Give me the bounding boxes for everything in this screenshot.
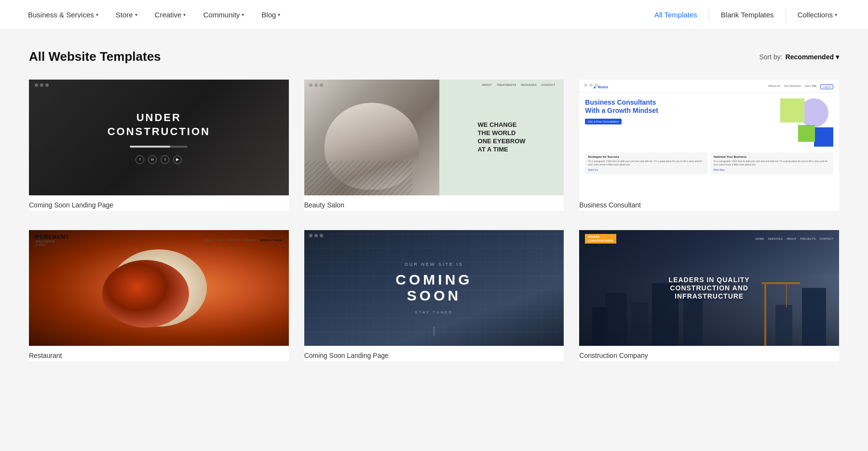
page-header: All Website Templates Sort by: Recommend… (29, 49, 839, 64)
chevron-down-icon: ▾ (135, 12, 137, 17)
template-card-coming-soon-1[interactable]: UNDERCONSTRUCTION f in t ▶ Coming Soon L… (29, 80, 289, 211)
social-icons: f in t ▶ (136, 155, 182, 164)
biz-shapes (775, 98, 833, 147)
coming-soon2-scroll-indicator (434, 327, 434, 336)
template-card-restaurant[interactable]: PUREMENT BRASSERIE& BAR MENU CHEF EVENTS… (29, 230, 289, 361)
thumb-dot (595, 83, 598, 87)
sort-bar: Sort by: Recommended ▾ (759, 53, 839, 61)
template-thumb-business-consultant: ▲ Rises About Us Our Services Let's Talk… (579, 80, 839, 195)
construction-top-bar: SPHERECONSTRUCTIONS HOME SERVICES ABOUT … (579, 230, 839, 247)
template-name-coming-soon-1: Coming Soon Landing Page (29, 201, 289, 211)
social-icon-3: t (161, 155, 169, 164)
nav-label-creative: Creative (155, 11, 182, 19)
template-name-construction-company: Construction Company (579, 352, 839, 361)
biz-nav-link: Let's Talk (805, 84, 817, 89)
template-name-coming-soon-2: Coming Soon Landing Page (304, 352, 564, 361)
social-icon-2: in (148, 155, 157, 164)
nav-collections-label: Collections (798, 11, 833, 19)
biz-nav-link: About Us (768, 84, 780, 89)
navbar: Business & Services ▾ Store ▾ Creative ▾… (0, 0, 868, 30)
biz-header: ▲ Rises About Us Our Services Let's Talk… (579, 80, 839, 93)
thumb-restaurant-inner: PUREMENT BRASSERIE& BAR MENU CHEF EVENTS… (29, 230, 289, 346)
nav-all-templates[interactable]: All Templates (643, 0, 709, 30)
template-card-coming-soon-2[interactable]: OUR NEW SITE IS COMINGSOON STAY TUNED Co… (304, 230, 564, 361)
biz-card-1-title: Strategies for Success (588, 155, 705, 158)
thumb-dot (34, 234, 37, 237)
shape-rect-green2 (798, 125, 815, 142)
thumb-dots-3 (584, 83, 598, 87)
sort-value-text: Recommended (786, 53, 834, 61)
nav-label-blog: Blog (261, 11, 276, 19)
template-card-construction-company[interactable]: SPHERECONSTRUCTIONS HOME SERVICES ABOUT … (579, 230, 839, 361)
chevron-down-icon: ▾ (96, 12, 98, 17)
chevron-down-icon: ▾ (183, 12, 186, 17)
nav-item-store[interactable]: Store ▾ (107, 0, 146, 30)
thumb-coming-soon2-inner: OUR NEW SITE IS COMINGSOON STAY TUNED (304, 230, 564, 346)
restaurant-header: PUREMENT BRASSERIE& BAR MENU CHEF EVENTS… (29, 230, 289, 250)
social-icon-4: ▶ (173, 155, 182, 164)
rest-nav-contact: CONTACT (243, 239, 257, 242)
beauty-right-col: WE CHANGETHE WORLDONE EYEBROWAT A TIME (439, 80, 564, 195)
nav-collections[interactable]: Collections ▾ (786, 0, 849, 30)
rest-nav-chef: CHEF (216, 239, 223, 242)
chevron-down-icon: ▾ (278, 12, 280, 17)
beauty-face-image (304, 80, 439, 195)
biz-nav: About Us Our Services Let's Talk Log In (768, 84, 833, 89)
thumb-dot (39, 234, 42, 237)
thumb-beauty-inner: ABOUT TREATMENTS PACKAGES CONTACT WE (304, 80, 564, 195)
thumb-construction-inner: SPHERECONSTRUCTIONS HOME SERVICES ABOUT … (579, 230, 839, 346)
thumb-dots-5 (309, 234, 323, 237)
thumb-dot (320, 234, 323, 237)
nav-item-business-services[interactable]: Business & Services ▾ (19, 0, 107, 30)
template-thumb-beauty-salon: ABOUT TREATMENTS PACKAGES CONTACT WE (304, 80, 564, 195)
construction-nav: HOME SERVICES ABOUT PROJECTS CONTACT (756, 237, 833, 240)
template-thumb-restaurant: PUREMENT BRASSERIE& BAR MENU CHEF EVENTS… (29, 230, 289, 346)
progress-bar (130, 146, 188, 148)
thumb-dot (589, 83, 593, 87)
nav-item-creative[interactable]: Creative ▾ (146, 0, 195, 30)
nav-item-community[interactable]: Community ▾ (194, 0, 253, 30)
sort-by-label: Sort by: (759, 53, 782, 61)
biz-hero: Business ConsultantsWith a Growth Mindse… (579, 93, 839, 152)
biz-card-2-title: Optimize Your Business (714, 155, 830, 158)
beauty-tagline: WE CHANGETHE WORLDONE EYEBROWAT A TIME (478, 121, 526, 154)
rest-nav-book: BOOK A TABLE (260, 239, 282, 242)
const-nav-about: ABOUT (787, 237, 797, 240)
const-nav-services: SERVICES (768, 237, 783, 240)
chevron-down-icon: ▾ (835, 12, 837, 17)
sort-value[interactable]: Recommended ▾ (786, 53, 839, 61)
beauty-text-block: WE CHANGETHE WORLDONE EYEBROWAT A TIME (478, 121, 526, 154)
coming-soon2-main: COMINGSOON (395, 272, 472, 303)
template-card-business-consultant[interactable]: ▲ Rises About Us Our Services Let's Talk… (579, 80, 839, 211)
thumb-biz-inner: ▲ Rises About Us Our Services Let's Talk… (579, 80, 839, 195)
template-name-restaurant: Restaurant (29, 352, 289, 361)
biz-card-2-text: I'm a paragraph. Click here to add your … (714, 160, 830, 166)
main-content: All Website Templates Sort by: Recommend… (0, 30, 868, 381)
template-thumb-construction-company: SPHERECONSTRUCTIONS HOME SERVICES ABOUT … (579, 230, 839, 346)
beauty-nav-link: PACKAGES (521, 83, 537, 86)
nav-label-business-services: Business & Services (28, 11, 94, 19)
restaurant-subtitle: BRASSERIE& BAR (36, 240, 69, 246)
chevron-down-icon: ▾ (242, 12, 244, 17)
nav-left: Business & Services ▾ Store ▾ Creative ▾… (19, 0, 643, 30)
beauty-nav-link: ABOUT (482, 83, 492, 86)
biz-cta-button: Get a Free Consultation (585, 119, 622, 124)
biz-card-1-text: I'm a paragraph. Click here to add your … (588, 160, 705, 166)
biz-nav-link: Our Services (784, 84, 801, 89)
thumb-dot (309, 234, 312, 237)
restaurant-food (102, 260, 189, 328)
thumb-dot (40, 83, 43, 87)
nav-blank-templates[interactable]: Blank Templates (709, 0, 786, 30)
restaurant-nav: MENU CHEF EVENTS CONTACT BOOK A TABLE (203, 239, 282, 242)
const-nav-projects: PROJECTS (800, 237, 815, 240)
nav-item-blog[interactable]: Blog ▾ (253, 0, 289, 30)
construction-logo: SPHERECONSTRUCTIONS (585, 234, 616, 244)
beauty-nav-bar: ABOUT TREATMENTS PACKAGES CONTACT (304, 83, 560, 86)
rest-nav-menu: MENU (203, 239, 212, 242)
beauty-nav-link: TREATMENTS (497, 83, 516, 86)
construction-main-text: LEADERS IN QUALITYCONSTRUCTION ANDINFRAS… (669, 276, 750, 300)
thumb-dots-1 (35, 83, 49, 87)
thumb-dots-4 (34, 234, 48, 237)
template-card-beauty-salon[interactable]: ABOUT TREATMENTS PACKAGES CONTACT WE (304, 80, 564, 211)
biz-card-2-link: Book Now (714, 168, 830, 171)
